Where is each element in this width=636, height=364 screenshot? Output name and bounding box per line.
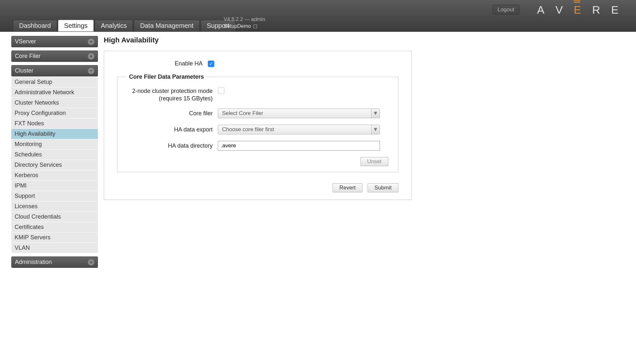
collapse-icon: − bbox=[88, 68, 94, 74]
sidebar-section-administration[interactable]: Administration+ bbox=[11, 256, 98, 268]
submit-button[interactable]: Submit bbox=[368, 183, 398, 192]
ha-panel: Enable HA ✓ Core Filer Data Parameters 2… bbox=[104, 51, 412, 200]
group-legend: Core Filer Data Parameters bbox=[127, 74, 206, 80]
logo-letter-e-wrap: E bbox=[574, 4, 586, 16]
unset-button[interactable]: Unset bbox=[360, 157, 388, 166]
chevron-down-icon: ▼ bbox=[371, 125, 380, 134]
version-text: V4.8.2.2 --- admin bbox=[224, 16, 265, 23]
sidebar-item-ipmi[interactable]: IPMI bbox=[11, 181, 98, 191]
sidebar-item-directory-services[interactable]: Directory Services bbox=[11, 160, 98, 170]
sidebar-section-label: Cluster bbox=[15, 67, 33, 74]
logo-letter-e2: E bbox=[611, 4, 623, 16]
ha-export-select-value: Choose core filer first bbox=[222, 126, 274, 133]
sidebar-item-proxy-configuration[interactable]: Proxy Configuration bbox=[11, 108, 98, 119]
sidebar-item-support[interactable]: Support bbox=[11, 191, 98, 201]
logo-accent-bars-icon bbox=[574, 0, 580, 3]
cluster-info-icon[interactable] bbox=[253, 25, 257, 28]
core-filer-label: Core filer bbox=[127, 110, 218, 117]
main-nav-tabs: DashboardSettingsAnalyticsData Managemen… bbox=[13, 20, 237, 31]
core-filer-data-group: Core Filer Data Parameters 2-node cluste… bbox=[117, 74, 398, 172]
logo-letter-e: E bbox=[574, 4, 586, 16]
sidebar-section-core-filer[interactable]: Core Filer+ bbox=[11, 51, 98, 62]
expand-icon: + bbox=[88, 259, 94, 266]
sidebar-item-cluster-networks[interactable]: Cluster Networks bbox=[11, 98, 98, 108]
core-filer-select[interactable]: Select Core Filer ▼ bbox=[218, 108, 380, 118]
sidebar-item-monitoring[interactable]: Monitoring bbox=[11, 139, 98, 150]
ha-export-row: HA data export Choose core filer first ▼ bbox=[127, 125, 388, 134]
sidebar-section-label: Administration bbox=[15, 259, 52, 266]
chevron-down-icon: ▼ bbox=[371, 109, 380, 118]
enable-ha-label: Enable HA bbox=[117, 60, 208, 67]
expand-icon: + bbox=[88, 39, 94, 45]
checkmark-icon: ✓ bbox=[209, 61, 213, 67]
sidebar-item-administrative-network[interactable]: Administrative Network bbox=[11, 87, 98, 98]
sidebar-section-cluster[interactable]: Cluster− bbox=[11, 65, 98, 76]
enable-ha-row: Enable HA ✓ bbox=[117, 60, 398, 67]
ha-export-label: HA data export bbox=[127, 126, 218, 133]
sidebar-item-vlan[interactable]: VLAN bbox=[11, 243, 98, 253]
ha-export-select[interactable]: Choose core filer first ▼ bbox=[218, 125, 380, 134]
sidebar-item-high-availability[interactable]: High Availability bbox=[11, 129, 98, 139]
sidebar-item-licenses[interactable]: Licenses bbox=[11, 201, 98, 212]
tab-data-management[interactable]: Data Management bbox=[134, 20, 200, 31]
sidebar-item-fxt-nodes[interactable]: FXT Nodes bbox=[11, 119, 98, 129]
group-actions: Unset bbox=[127, 157, 388, 166]
tab-analytics[interactable]: Analytics bbox=[95, 20, 133, 31]
brand-logo: A V E R E bbox=[537, 4, 623, 16]
page-title: High Availability bbox=[104, 36, 617, 44]
sidebar-item-kmip-servers[interactable]: KMIP Servers bbox=[11, 233, 98, 243]
header-top: Logout A V E R E bbox=[0, 0, 636, 19]
enable-ha-checkbox[interactable]: ✓ bbox=[208, 61, 214, 67]
revert-button[interactable]: Revert bbox=[333, 183, 362, 192]
ha-dir-row: HA data directory bbox=[127, 141, 388, 151]
sidebar-item-schedules[interactable]: Schedules bbox=[11, 150, 98, 160]
app-header: Logout A V E R E DashboardSettingsAnalyt… bbox=[0, 0, 636, 32]
sidebar-items-cluster: General SetupAdministrative NetworkClust… bbox=[11, 77, 98, 253]
logo-letter-v: V bbox=[555, 4, 567, 16]
sidebar-item-cloud-credentials[interactable]: Cloud Credentials bbox=[11, 212, 98, 222]
sidebar-item-general-setup[interactable]: General Setup bbox=[11, 77, 98, 87]
expand-icon: + bbox=[88, 53, 94, 60]
body: VServer+Core Filer+Cluster−General Setup… bbox=[0, 32, 636, 268]
sidebar-item-certificates[interactable]: Certificates bbox=[11, 222, 98, 233]
sidebar-section-vserver[interactable]: VServer+ bbox=[11, 36, 98, 47]
two-node-row: 2-node cluster protection mode (requires… bbox=[127, 87, 388, 102]
two-node-label: 2-node cluster protection mode (requires… bbox=[127, 87, 218, 102]
sidebar-section-label: VServer bbox=[15, 38, 36, 45]
ha-dir-label: HA data directory bbox=[127, 142, 218, 149]
tab-dashboard[interactable]: Dashboard bbox=[13, 20, 57, 31]
header-meta: V4.8.2.2 --- admin SetupDemo bbox=[224, 16, 265, 30]
sidebar-item-kerberos[interactable]: Kerberos bbox=[11, 170, 98, 181]
settings-sidebar: VServer+Core Filer+Cluster−General Setup… bbox=[11, 36, 98, 268]
main-content: High Availability Enable HA ✓ Core Filer… bbox=[104, 36, 636, 268]
sidebar-section-label: Core Filer bbox=[15, 53, 41, 60]
two-node-checkbox[interactable] bbox=[218, 87, 224, 94]
tab-settings[interactable]: Settings bbox=[58, 20, 94, 31]
ha-dir-input[interactable] bbox=[218, 141, 380, 151]
logo-letter-a: A bbox=[537, 4, 549, 16]
panel-actions: Revert Submit bbox=[117, 183, 398, 192]
cluster-name: SetupDemo bbox=[224, 23, 251, 29]
core-filer-row: Core filer Select Core Filer ▼ bbox=[127, 108, 388, 118]
logout-button[interactable]: Logout bbox=[493, 5, 519, 15]
core-filer-select-value: Select Core Filer bbox=[222, 110, 263, 117]
logo-letter-r: R bbox=[592, 4, 605, 16]
